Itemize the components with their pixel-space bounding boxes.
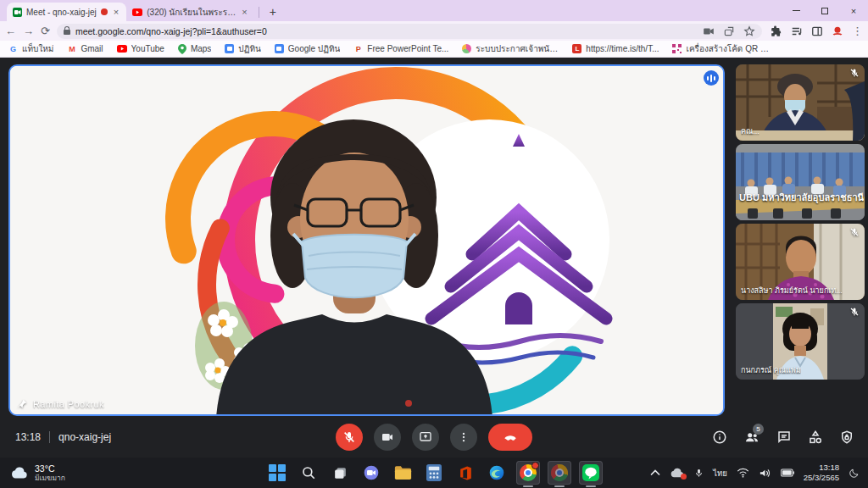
participant-tile-1[interactable]: คณ... [736, 64, 865, 141]
calculator-icon [426, 464, 442, 481]
taskbar-weather-widget[interactable]: 33°Cมีเมฆมาก [10, 463, 65, 483]
windows-taskbar: 33°Cมีเมฆมาก [0, 458, 868, 488]
participant-tile-3[interactable]: นางสลิษา ภิรมย์รัตน์ นายกเท... [736, 224, 865, 300]
reload-button[interactable]: ⟳ [41, 25, 50, 36]
shield-lock-icon [839, 430, 854, 445]
battery-icon[interactable] [781, 469, 794, 477]
tab-title: Meet - qno-xaig-jej [26, 8, 97, 17]
main-video-tile[interactable]: Ramita Pookruk [8, 64, 725, 416]
gmail-icon: M [67, 44, 76, 53]
audio-activity-icon [704, 70, 719, 86]
wifi-icon[interactable] [737, 468, 749, 478]
share-icon[interactable] [723, 25, 735, 37]
new-tab-button[interactable]: + [264, 5, 281, 19]
end-call-button[interactable] [488, 424, 532, 451]
window-close-button[interactable]: × [839, 0, 868, 21]
camera-toggle-button[interactable] [374, 424, 401, 451]
side-panel-icon[interactable] [811, 25, 823, 37]
window-minimize-button[interactable] [782, 0, 810, 21]
bookmark-qr-generator[interactable]: เครื่องสร้างโค้ด QR - พ... [672, 42, 769, 55]
onedrive-tray-icon[interactable] [670, 468, 685, 478]
edge-button[interactable] [485, 461, 509, 485]
maps-pin-icon [178, 44, 186, 54]
cloud-weather-icon [10, 466, 29, 480]
speaker-name: Ramita Pookruk [33, 399, 104, 409]
meeting-details-button[interactable] [712, 430, 727, 445]
participant-tile-2[interactable]: UBU มหาวิทยาลัยอุบลราชธานี [736, 144, 865, 220]
search-button[interactable] [297, 461, 320, 485]
meet-stage: Ramita Pookruk คณ... [0, 58, 868, 458]
task-view-icon [332, 465, 348, 481]
more-options-button[interactable] [450, 424, 477, 451]
participants-button[interactable]: 5 [743, 430, 760, 445]
bookmark-new-tab[interactable]: Gแท็บใหม่ [8, 42, 53, 55]
host-controls-button[interactable] [839, 430, 854, 445]
notification-badge [531, 462, 539, 469]
qr-icon [672, 44, 682, 53]
volume-icon[interactable] [759, 468, 771, 479]
bookmark-time-is[interactable]: Lhttps://time.is/th/T... [572, 44, 659, 53]
participant-label: กนกภรณ์ คุณแพ่ม [741, 364, 801, 376]
bookmark-calendar[interactable]: ปฏิทิน [225, 42, 261, 55]
chat-button[interactable] [776, 430, 792, 445]
bookmark-gmail[interactable]: MGmail [67, 44, 103, 53]
participant-count-badge: 5 [753, 424, 764, 435]
camera-permission-icon[interactable] [703, 25, 715, 37]
back-button[interactable]: ← [5, 25, 16, 36]
office-button[interactable] [453, 461, 477, 485]
profile-extension-icon[interactable] [832, 25, 843, 37]
tray-mic-icon[interactable] [694, 467, 704, 480]
forward-button[interactable]: → [23, 25, 34, 36]
bookmark-google-calendar[interactable]: Google ปฏิทิน [275, 42, 341, 55]
tab-meet[interactable]: Meet - qno-xaig-jej × [7, 3, 126, 21]
extensions-puzzle-icon[interactable] [771, 25, 782, 37]
lock-icon[interactable] [64, 30, 70, 35]
participant-tile-4[interactable]: กนกภรณ์ คุณแพ่ม [736, 303, 865, 380]
bookmark-announce-system[interactable]: ระบบประกาศเจ้าพนักงา... [462, 42, 559, 55]
bookmark-star-icon[interactable] [743, 25, 755, 37]
tab-close-icon[interactable]: × [112, 7, 120, 17]
browser-menu-icon[interactable]: ⋮ [852, 25, 863, 36]
tab-youtube[interactable]: (320) นักเรียนในพระราชานุเคราะห์ - Y × [126, 3, 254, 21]
bookmark-powerpoint[interactable]: PFree PowerPoint Te... [353, 44, 448, 53]
address-bar[interactable]: meet.google.com/qno-xaig-jej?pli=1&authu… [57, 24, 762, 39]
tray-chevron-icon[interactable] [650, 469, 660, 476]
bookmark-youtube[interactable]: YouTube [117, 44, 164, 53]
participant-video-2 [736, 144, 865, 220]
url-text[interactable]: meet.google.com/qno-xaig-jej?pli=1&authu… [75, 26, 698, 36]
mic-toggle-button[interactable] [336, 424, 363, 451]
mic-off-icon [849, 68, 860, 78]
bookmark-maps[interactable]: Maps [178, 44, 211, 54]
activities-icon [808, 430, 823, 445]
playlist-extension-icon[interactable] [791, 25, 803, 37]
participant-label: UBU มหาวิทยาลัยอุบลราชธานี [739, 190, 864, 205]
weather-condition: มีเมฆมาก [35, 474, 65, 482]
meet-favicon [13, 8, 22, 17]
youtube-favicon [132, 8, 142, 16]
do-not-disturb-moon-icon[interactable] [849, 468, 860, 479]
chrome-profile2-button[interactable] [548, 461, 571, 485]
activities-button[interactable] [808, 430, 823, 445]
tray-time: 13:18 [804, 463, 839, 473]
line-app-button[interactable] [579, 461, 603, 485]
tab-close-icon[interactable]: × [240, 7, 248, 17]
chrome-button[interactable] [516, 461, 540, 485]
google-g-icon: G [8, 44, 18, 53]
file-explorer-button[interactable] [391, 461, 415, 485]
window-maximize-button[interactable] [810, 0, 839, 21]
start-button[interactable] [265, 461, 289, 485]
language-indicator[interactable]: ไทย [713, 467, 727, 480]
tray-clock[interactable]: 13:18 25/3/2565 [804, 463, 839, 483]
browser-toolbar: ← → ⟳ meet.google.com/qno-xaig-jej?pli=1… [0, 21, 868, 41]
present-button[interactable] [412, 424, 439, 451]
calendar-icon [275, 44, 284, 53]
participant-label: นางสลิษา ภิรมย์รัตน์ นายกเท... [741, 285, 843, 297]
line-icon [582, 464, 599, 481]
mic-off-icon [342, 430, 356, 444]
task-view-button[interactable] [328, 461, 352, 485]
calculator-button[interactable] [422, 461, 446, 485]
divider [49, 431, 50, 443]
profile-overlay [551, 464, 568, 481]
teams-chat-button[interactable] [359, 461, 383, 485]
present-screen-icon [419, 430, 432, 444]
